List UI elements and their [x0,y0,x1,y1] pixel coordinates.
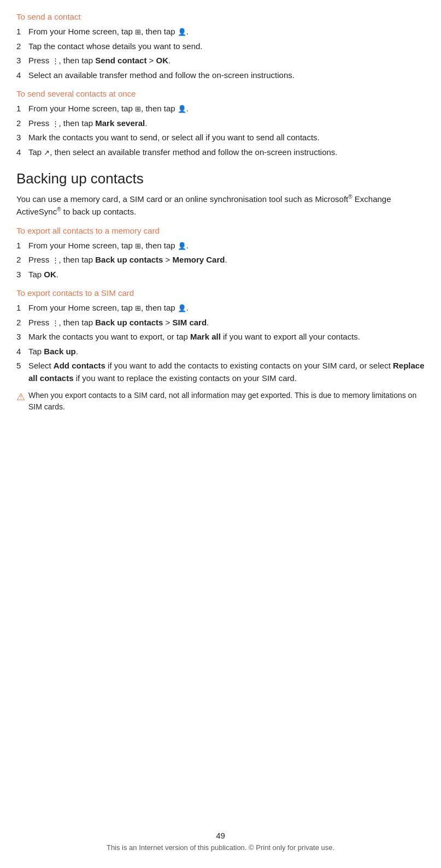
list-num: 3 [16,269,28,281]
backing-up-title: Backing up contacts [16,170,425,187]
list-text: Tap the contact whose details you want t… [28,40,425,53]
list-text: From your Home screen, tap ⊞, then tap 👤… [28,302,425,314]
send-contact-section: To send a contact 1 From your Home scree… [16,12,425,81]
list-text: Press ⋮, then tap Back up contacts > SIM… [28,317,425,329]
backing-up-section: Backing up contacts You can use a memory… [16,170,425,218]
sim-note-text: When you export contacts to a SIM card, … [28,390,425,413]
list-item: 2 Tap the contact whose details you want… [16,40,425,53]
menu-icon: ⋮ [52,57,59,65]
send-several-heading: To send several contacts at once [16,89,425,98]
person-icon: 👤 [178,304,186,312]
send-several-section: To send several contacts at once 1 From … [16,89,425,158]
list-num: 2 [16,40,28,53]
list-text: From your Home screen, tap ⊞, then tap 👤… [28,103,425,115]
export-memory-heading: To export all contacts to a memory card [16,226,425,235]
list-item: 2 Press ⋮, then tap Back up contacts > M… [16,254,425,266]
list-item: 2 Press ⋮, then tap Back up contacts > S… [16,317,425,329]
page-footer: 49 This is an Internet version of this p… [0,831,441,852]
list-num: 3 [16,55,28,67]
menu-icon: ⋮ [52,120,59,128]
grid-icon: ⊞ [135,242,141,250]
list-item: 3 Mark the contacts you want to send, or… [16,132,425,144]
list-text: From your Home screen, tap ⊞, then tap 👤… [28,240,425,252]
list-text: Mark the contacts you want to export, or… [28,331,425,343]
export-sim-section: To export contacts to a SIM card 1 From … [16,288,425,413]
list-item: 4 Tap Back up. [16,346,425,358]
export-sim-list: 1 From your Home screen, tap ⊞, then tap… [16,302,425,384]
list-num: 2 [16,117,28,130]
list-text: Press ⋮, then tap Back up contacts > Mem… [28,254,425,266]
list-text: Tap Back up. [28,346,425,358]
page-number: 49 [0,831,441,840]
list-num: 1 [16,26,28,38]
grid-icon: ⊞ [135,105,141,113]
send-several-list: 1 From your Home screen, tap ⊞, then tap… [16,103,425,158]
list-num: 2 [16,317,28,329]
share-icon: ↗ [44,148,50,157]
list-item: 3 Mark the contacts you want to export, … [16,331,425,343]
sim-note-block: ⚠ When you export contacts to a SIM card… [16,390,425,413]
list-num: 4 [16,146,28,159]
list-text: From your Home screen, tap ⊞, then tap 👤… [28,26,425,38]
list-item: 1 From your Home screen, tap ⊞, then tap… [16,26,425,38]
page-content: To send a contact 1 From your Home scree… [0,0,441,451]
superscript-r2: ® [57,206,61,212]
list-num: 1 [16,240,28,252]
list-num: 2 [16,254,28,266]
list-num: 1 [16,103,28,115]
person-icon: 👤 [178,105,186,113]
person-icon: 👤 [178,28,186,36]
list-num: 3 [16,132,28,144]
export-memory-section: To export all contacts to a memory card … [16,226,425,281]
list-item: 1 From your Home screen, tap ⊞, then tap… [16,103,425,115]
list-text: Tap OK. [28,269,425,281]
list-text: Press ⋮, then tap Send contact > OK. [28,55,425,67]
list-item: 4 Tap ↗, then select an available transf… [16,146,425,159]
list-text: Select Add contacts if you want to add t… [28,360,425,384]
list-item: 1 From your Home screen, tap ⊞, then tap… [16,302,425,314]
footer-note: This is an Internet version of this publ… [0,843,441,852]
list-item: 2 Press ⋮, then tap Mark several. [16,117,425,130]
menu-icon: ⋮ [52,256,59,264]
list-num: 4 [16,69,28,82]
list-item: 3 Tap OK. [16,269,425,281]
list-item: 4 Select an available transfer method an… [16,69,425,82]
list-item: 5 Select Add contacts if you want to add… [16,360,425,384]
list-num: 4 [16,346,28,358]
list-item: 1 From your Home screen, tap ⊞, then tap… [16,240,425,252]
list-text: Tap ↗, then select an available transfer… [28,146,425,159]
export-sim-heading: To export contacts to a SIM card [16,288,425,298]
list-text: Press ⋮, then tap Mark several. [28,117,425,130]
grid-icon: ⊞ [135,304,141,312]
send-contact-heading: To send a contact [16,12,425,21]
list-num: 5 [16,360,28,384]
list-num: 3 [16,331,28,343]
list-text: Select an available transfer method and … [28,69,425,82]
list-item: 3 Press ⋮, then tap Send contact > OK. [16,55,425,67]
send-contact-list: 1 From your Home screen, tap ⊞, then tap… [16,26,425,81]
person-icon: 👤 [178,242,186,250]
grid-icon: ⊞ [135,28,141,36]
backing-up-intro: You can use a memory card, a SIM card or… [16,193,425,218]
superscript-r1: ® [348,194,352,200]
warning-icon: ⚠ [16,391,28,403]
list-text: Mark the contacts you want to send, or s… [28,132,425,144]
export-memory-list: 1 From your Home screen, tap ⊞, then tap… [16,240,425,281]
list-num: 1 [16,302,28,314]
menu-icon: ⋮ [52,319,59,327]
